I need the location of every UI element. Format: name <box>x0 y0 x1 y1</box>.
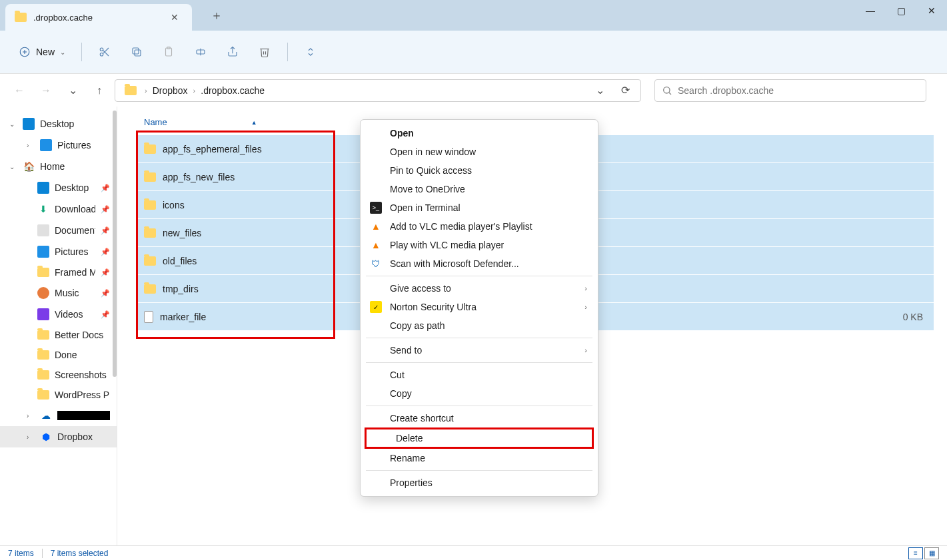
scrollbar[interactable] <box>113 111 117 377</box>
cm-copy[interactable]: Copy <box>361 384 598 403</box>
sidebar-item-desktop[interactable]: ⌄ Desktop <box>0 113 117 135</box>
cm-open-new-window[interactable]: Open in new window <box>361 142 598 161</box>
home-icon: 🏠 <box>23 160 35 172</box>
forward-button[interactable]: → <box>35 79 57 102</box>
sidebar-item[interactable]: Done <box>0 345 117 365</box>
scissors-icon <box>99 46 111 58</box>
sort-button[interactable] <box>296 39 325 65</box>
cm-delete[interactable]: Delete <box>365 427 594 449</box>
cloud-icon: ☁ <box>40 410 52 421</box>
search-input[interactable] <box>678 85 919 96</box>
tab-close-button[interactable]: ✕ <box>167 9 183 25</box>
trash-icon <box>259 46 271 58</box>
minimize-button[interactable]: — <box>855 0 886 21</box>
separator <box>366 362 592 363</box>
sidebar-item-dropbox[interactable]: ›⬢Dropbox <box>0 426 117 447</box>
pictures-icon <box>40 139 52 151</box>
folder-icon <box>144 284 156 294</box>
status-selected-count: 7 items selected <box>51 549 109 558</box>
window-tab[interactable]: .dropbox.cache ✕ <box>5 4 192 31</box>
rename-button[interactable] <box>186 39 215 65</box>
up-button[interactable]: ↑ <box>88 79 111 102</box>
sidebar-item[interactable]: Videos📌 <box>0 304 117 325</box>
copy-icon <box>131 46 143 58</box>
plus-circle-icon <box>19 46 31 58</box>
pin-icon: 📌 <box>101 184 110 192</box>
folder-icon <box>15 13 27 22</box>
pin-icon: 📌 <box>101 289 110 298</box>
context-menu: Open Open in new window Pin to Quick acc… <box>360 119 598 497</box>
norton-icon: ✓ <box>370 301 382 313</box>
folder-icon <box>144 144 156 154</box>
cm-play-vlc[interactable]: ▲Play with VLC media player <box>361 236 598 254</box>
cm-create-shortcut[interactable]: Create shortcut <box>361 409 598 427</box>
column-name[interactable]: Name ▲ <box>144 117 371 127</box>
chevron-down-icon: ⌄ <box>9 121 17 128</box>
details-view-button[interactable]: ≡ <box>908 547 923 559</box>
cm-add-vlc-playlist[interactable]: ▲Add to VLC media player's Playlist <box>361 217 598 236</box>
breadcrumb-item[interactable]: .dropbox.cache <box>198 85 267 96</box>
back-button[interactable]: ← <box>8 79 31 102</box>
folder-icon <box>37 370 49 380</box>
icons-view-button[interactable]: ▦ <box>924 547 939 559</box>
sidebar-item[interactable]: Music📌 <box>0 282 117 304</box>
history-dropdown[interactable]: ⌄ <box>588 79 611 102</box>
separator <box>366 406 592 406</box>
folder-icon <box>144 172 156 182</box>
sidebar-item[interactable]: Desktop📌 <box>0 177 117 198</box>
chevron-right-icon: › <box>27 433 35 441</box>
cm-rename[interactable]: Rename <box>361 449 598 467</box>
sidebar-item[interactable]: WordPress Pi <box>0 385 117 405</box>
cm-send-to[interactable]: Send to› <box>361 341 598 360</box>
breadcrumb[interactable]: › Dropbox › .dropbox.cache ⌄ ⟳ <box>115 79 641 102</box>
maximize-button[interactable]: ▢ <box>886 0 916 21</box>
sidebar-item[interactable]: Documents📌 <box>0 220 117 241</box>
navbar: ← → ⌄ ↑ › Dropbox › .dropbox.cache ⌄ ⟳ <box>0 73 947 107</box>
sidebar-item-onedrive[interactable]: ›☁ <box>0 405 117 426</box>
sidebar-item-pictures[interactable]: › Pictures <box>0 135 117 156</box>
refresh-button[interactable]: ⟳ <box>614 79 636 102</box>
paste-button[interactable] <box>154 39 183 65</box>
new-button[interactable]: New ⌄ <box>11 42 73 62</box>
cm-scan-defender[interactable]: 🛡Scan with Microsoft Defender... <box>361 254 598 273</box>
window-controls: — ▢ ✕ <box>855 0 947 21</box>
vlc-icon: ▲ <box>370 239 382 251</box>
chevron-right-icon: › <box>584 346 587 354</box>
cm-open-terminal[interactable]: >_Open in Terminal <box>361 198 598 217</box>
recent-button[interactable]: ⌄ <box>61 79 84 102</box>
cm-properties[interactable]: Properties <box>361 473 598 492</box>
sidebar-item[interactable]: Pictures📌 <box>0 241 117 262</box>
share-button[interactable] <box>218 39 247 65</box>
sidebar-item-home[interactable]: ⌄ 🏠 Home <box>0 156 117 177</box>
separator <box>81 43 82 61</box>
delete-button[interactable] <box>250 39 279 65</box>
cm-open[interactable]: Open <box>361 124 598 142</box>
cut-button[interactable] <box>90 39 119 65</box>
search-box[interactable] <box>654 79 926 102</box>
new-tab-button[interactable]: ＋ <box>205 5 228 26</box>
rename-icon <box>195 46 207 58</box>
pin-icon: 📌 <box>101 310 110 319</box>
close-button[interactable]: ✕ <box>916 0 947 21</box>
cm-norton[interactable]: ✓Norton Security Ultra› <box>361 298 598 316</box>
cm-cut[interactable]: Cut <box>361 366 598 384</box>
copy-button[interactable] <box>122 39 151 65</box>
cm-give-access[interactable]: Give access to› <box>361 279 598 298</box>
pin-icon: 📌 <box>101 248 110 256</box>
sidebar-item[interactable]: ⬇Downloads📌 <box>0 198 117 220</box>
statusbar: 7 items 7 items selected ≡ ▦ <box>0 545 947 560</box>
folder-icon <box>37 330 49 340</box>
cm-pin-quick-access[interactable]: Pin to Quick access <box>361 161 598 180</box>
separator <box>366 276 592 276</box>
cm-move-onedrive[interactable]: Move to OneDrive <box>361 180 598 198</box>
sidebar-item[interactable]: Framed M📌 <box>0 262 117 282</box>
toolbar: New ⌄ <box>0 31 947 73</box>
folder-icon <box>144 200 156 210</box>
breadcrumb-item[interactable]: Dropbox <box>150 85 191 96</box>
sort-asc-icon: ▲ <box>251 119 257 126</box>
cm-copy-as-path[interactable]: Copy as path <box>361 316 598 335</box>
separator <box>287 43 288 61</box>
sidebar-item[interactable]: Better Docs <box>0 325 117 345</box>
sidebar-item[interactable]: Screenshots <box>0 365 117 385</box>
folder-icon <box>125 86 137 95</box>
